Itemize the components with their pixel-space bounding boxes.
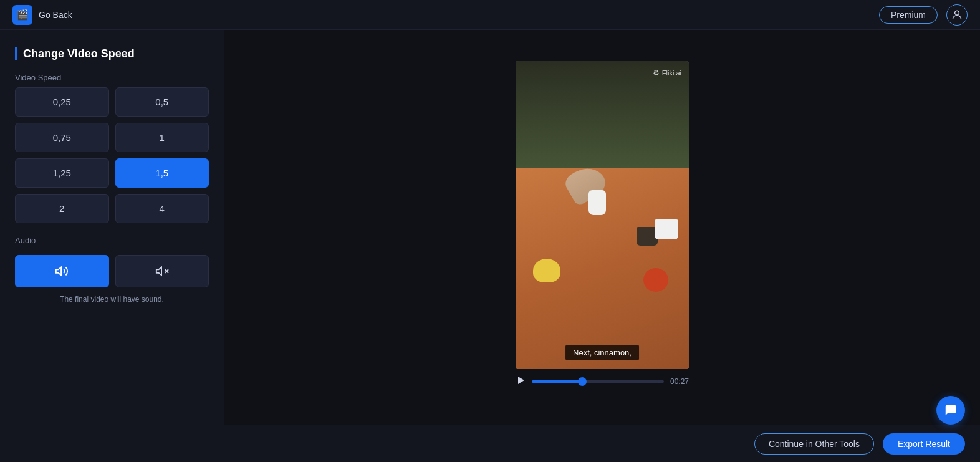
audio-note: The final video will have sound. <box>15 295 209 304</box>
audio-grid <box>15 255 209 287</box>
speed-btn-075[interactable]: 0,75 <box>15 123 109 152</box>
apple <box>643 268 668 292</box>
sidebar-title: Change Video Speed <box>15 47 209 60</box>
speed-grid: 0,25 0,5 0,75 1 1,25 1,5 2 4 <box>15 87 209 223</box>
lemon <box>533 259 560 282</box>
progress-thumb <box>578 377 587 386</box>
export-result-button[interactable]: Export Result <box>883 433 965 455</box>
pitcher <box>588 190 606 215</box>
app-icon: 🎬 <box>12 5 32 25</box>
continue-other-tools-button[interactable]: Continue in Other Tools <box>754 433 874 455</box>
progress-bar[interactable] <box>532 380 664 383</box>
audio-mute-button[interactable] <box>115 255 209 287</box>
chat-bubble-button[interactable] <box>936 396 965 425</box>
go-back-link[interactable]: Go Back <box>39 10 72 20</box>
video-subtitle: Next, cinnamon, <box>565 345 639 360</box>
cup2 <box>655 219 678 239</box>
video-preview: ⚙ Fliki.ai Next, cinnamon, <box>516 61 689 369</box>
video-controls: 00:27 <box>516 369 689 394</box>
video-player-container: ⚙ Fliki.ai Next, cinnamon, 00:27 <box>516 61 689 394</box>
speed-btn-2[interactable]: 2 <box>15 194 109 223</box>
user-avatar[interactable] <box>946 4 968 26</box>
audio-on-button[interactable] <box>15 255 109 287</box>
watermark-text: Fliki.ai <box>662 69 681 77</box>
speed-btn-125[interactable]: 1,25 <box>15 158 109 188</box>
watermark-gear-icon: ⚙ <box>653 69 660 77</box>
speed-btn-05[interactable]: 0,5 <box>115 87 209 117</box>
speed-btn-1[interactable]: 1 <box>115 123 209 152</box>
footer: Continue in Other Tools Export Result <box>0 425 980 462</box>
speed-btn-4[interactable]: 4 <box>115 194 209 223</box>
audio-label: Audio <box>15 236 209 245</box>
play-button[interactable] <box>516 375 526 388</box>
video-watermark: ⚙ Fliki.ai <box>653 69 681 77</box>
sidebar: Change Video Speed Video Speed 0,25 0,5 … <box>0 30 224 425</box>
video-scene <box>516 61 689 369</box>
svg-marker-2 <box>156 267 161 276</box>
audio-section: Audio The final video <box>15 236 209 304</box>
video-speed-section: Video Speed 0,25 0,5 0,75 1 1,25 1,5 2 4 <box>15 73 209 223</box>
video-upper-bg <box>516 61 689 185</box>
video-speed-label: Video Speed <box>15 73 209 82</box>
speed-btn-15[interactable]: 1,5 <box>115 158 209 188</box>
premium-button[interactable]: Premium <box>879 6 938 24</box>
svg-marker-5 <box>518 377 524 384</box>
content-area: ⚙ Fliki.ai Next, cinnamon, 00:27 <box>224 30 980 425</box>
main-layout: Change Video Speed Video Speed 0,25 0,5 … <box>0 30 980 425</box>
time-display: 00:27 <box>670 377 689 386</box>
svg-point-0 <box>955 11 959 15</box>
header-left: 🎬 Go Back <box>12 5 72 25</box>
speed-btn-025[interactable]: 0,25 <box>15 87 109 117</box>
progress-fill <box>532 380 582 383</box>
header-right: Premium <box>879 4 968 26</box>
svg-marker-1 <box>56 267 61 276</box>
header: 🎬 Go Back Premium <box>0 0 980 30</box>
